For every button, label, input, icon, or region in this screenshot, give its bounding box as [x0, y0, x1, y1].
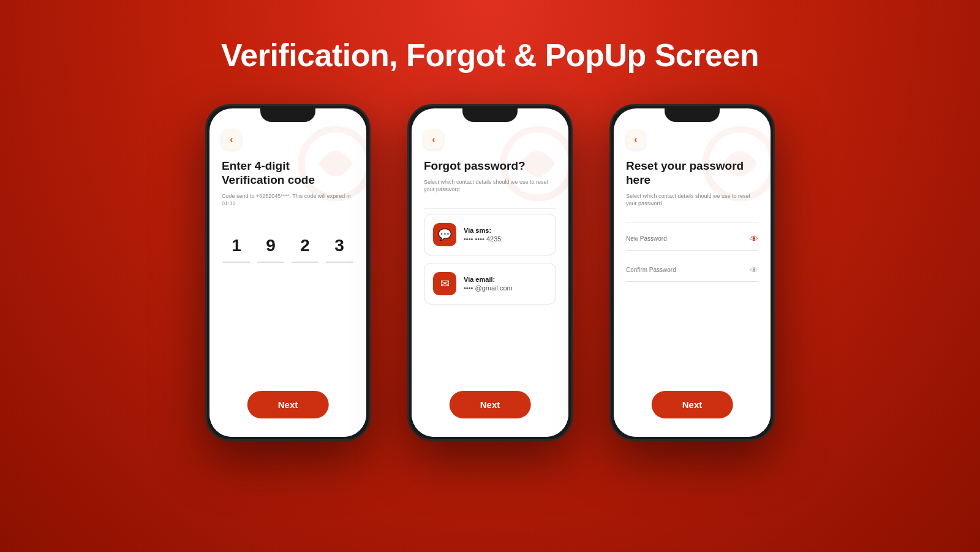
- back-arrow-icon-3: ‹: [634, 135, 637, 145]
- back-arrow-icon-1: ‹: [230, 135, 233, 145]
- email-value: •••• @gmail.com: [464, 284, 513, 292]
- phones-container: ‹ Enter 4-digitVerification code Code se…: [205, 104, 775, 441]
- phone2-bottom: Next: [412, 391, 568, 437]
- show-confirm-password-icon[interactable]: 👁: [750, 265, 758, 275]
- notch-3: [665, 108, 720, 122]
- new-password-input[interactable]: [626, 235, 750, 242]
- email-info: Via email: •••• @gmail.com: [464, 276, 513, 292]
- verification-subtitle: Code send to +6282045****. This code wil…: [222, 192, 354, 208]
- next-button-1[interactable]: Next: [247, 391, 329, 418]
- page-title: Verification, Forgot & PopUp Screen: [221, 37, 759, 74]
- phone3-bottom: Next: [614, 391, 771, 437]
- verification-title: Enter 4-digitVerification code: [222, 159, 354, 187]
- next-button-2[interactable]: Next: [450, 391, 531, 418]
- back-button-3[interactable]: ‹: [626, 130, 646, 149]
- phone-reset: ‹ Reset your passwordhere Select which c…: [609, 104, 775, 441]
- sms-label: Via sms:: [464, 227, 501, 234]
- show-password-icon[interactable]: 👁: [750, 234, 758, 244]
- forgot-title: Forgot password?: [424, 159, 556, 173]
- reset-subtitle: Select which contact details should we u…: [626, 192, 758, 208]
- sms-option[interactable]: 💬 Via sms: •••• •••• 4235: [424, 214, 556, 255]
- sms-info: Via sms: •••• •••• 4235: [464, 227, 501, 243]
- sms-icon: 💬: [433, 223, 456, 246]
- next-button-3[interactable]: Next: [652, 391, 733, 418]
- back-button-2[interactable]: ‹: [424, 130, 443, 149]
- back-button-1[interactable]: ‹: [222, 130, 241, 149]
- notch-1: [260, 108, 315, 122]
- reset-title: Reset your passwordhere: [626, 159, 758, 187]
- sms-value: •••• •••• 4235: [464, 235, 501, 243]
- new-password-field[interactable]: 👁: [626, 228, 758, 251]
- otp-digit-2[interactable]: 9: [257, 230, 284, 263]
- divider-1: [424, 208, 556, 209]
- otp-digits-container: 1 9 2 3: [222, 230, 354, 263]
- confirm-password-field[interactable]: 👁: [626, 259, 758, 282]
- phone-forgot: ‹ Forgot password? Select which contact …: [407, 104, 573, 441]
- phone-verification: ‹ Enter 4-digitVerification code Code se…: [205, 104, 371, 441]
- otp-digit-1[interactable]: 1: [223, 230, 250, 263]
- back-arrow-icon-2: ‹: [432, 135, 435, 145]
- phone1-bottom: Next: [209, 391, 366, 437]
- divider-2: [626, 222, 758, 223]
- email-icon: ✉: [433, 272, 456, 295]
- notch-2: [462, 108, 518, 122]
- email-label: Via email:: [464, 276, 513, 283]
- forgot-subtitle: Select which contact details should we u…: [424, 178, 556, 194]
- email-option[interactable]: ✉ Via email: •••• @gmail.com: [424, 263, 556, 304]
- otp-digit-4[interactable]: 3: [326, 230, 353, 263]
- otp-digit-3[interactable]: 2: [292, 230, 318, 263]
- confirm-password-input[interactable]: [626, 267, 750, 273]
